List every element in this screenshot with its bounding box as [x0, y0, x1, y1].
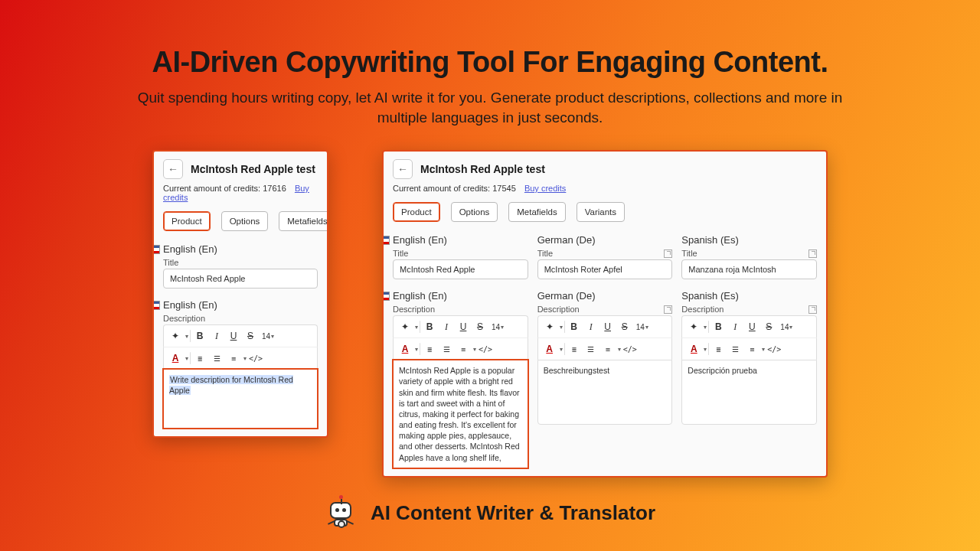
- tab-product[interactable]: Product: [393, 202, 440, 222]
- editor-toolbar-2: A▾ ≣ ☰ ≡▾ </>: [537, 337, 673, 360]
- ai-wand-button[interactable]: ✦: [542, 319, 557, 334]
- page-title: McIntosh Red Apple test: [420, 163, 545, 175]
- code-button[interactable]: </>: [766, 341, 782, 357]
- code-button[interactable]: </>: [478, 341, 493, 357]
- font-size-button[interactable]: 14▾: [634, 319, 651, 334]
- indent-button[interactable]: ≡: [226, 350, 241, 366]
- credits-line: Current amount of credits: 17616 Buy cre…: [163, 179, 318, 211]
- strike-button[interactable]: S: [617, 319, 632, 334]
- code-button[interactable]: </>: [248, 350, 263, 366]
- expand-icon[interactable]: [664, 249, 672, 258]
- font-size-button[interactable]: 14▾: [260, 328, 276, 344]
- hero-subtitle: Quit spending hours writing copy, let AI…: [115, 88, 865, 127]
- separator: [708, 343, 709, 355]
- expand-icon[interactable]: [808, 305, 817, 314]
- language-label: English (En): [393, 290, 447, 302]
- title-input[interactable]: [537, 259, 673, 279]
- header-row: ← McIntosh Red Apple test: [163, 159, 318, 179]
- chevron-down-icon: ▾: [185, 333, 188, 340]
- underline-button[interactable]: U: [226, 328, 241, 344]
- editor-toolbar-2: A▾ ≣ ☰ ≡▾ </>: [681, 337, 817, 360]
- screenshot-after: ← McIntosh Red Apple test Current amount…: [382, 150, 828, 478]
- chevron-down-icon: ▾: [762, 346, 765, 353]
- strike-button[interactable]: S: [243, 328, 258, 344]
- bold-button[interactable]: B: [192, 328, 207, 344]
- strike-button[interactable]: S: [761, 319, 776, 334]
- flag-icon: [152, 301, 160, 310]
- tab-options[interactable]: Options: [451, 202, 498, 222]
- ai-wand-button[interactable]: ✦: [686, 319, 701, 334]
- tab-metafields[interactable]: Metafields: [279, 211, 328, 231]
- underline-button[interactable]: U: [744, 319, 760, 334]
- credits-value: 17616: [263, 184, 286, 193]
- chevron-down-icon: ▾: [704, 324, 707, 331]
- code-button[interactable]: </>: [622, 341, 638, 357]
- tab-product[interactable]: Product: [163, 211, 211, 231]
- strike-button[interactable]: S: [472, 319, 488, 334]
- bullet-list-button[interactable]: ≣: [192, 350, 207, 366]
- text-color-button[interactable]: A: [397, 341, 413, 357]
- chevron-down-icon: ▾: [560, 346, 563, 353]
- footer: AI Content Writer & Translator: [0, 497, 980, 530]
- tab-options[interactable]: Options: [221, 211, 269, 231]
- bullet-list-button[interactable]: ≣: [422, 341, 437, 357]
- description-editor[interactable]: McIntosh Red Apple is a popular variety …: [393, 360, 528, 468]
- chevron-down-icon: ▾: [704, 346, 707, 353]
- description-field-label: Description: [681, 305, 724, 314]
- ai-wand-button[interactable]: ✦: [168, 328, 183, 344]
- expand-icon[interactable]: [664, 305, 672, 314]
- editor-toolbar: ✦▾ B I U S 14▾: [681, 315, 817, 337]
- chevron-down-icon: ▾: [618, 346, 621, 353]
- italic-button[interactable]: I: [209, 328, 224, 344]
- indent-button[interactable]: ≡: [744, 341, 760, 357]
- description-editor[interactable]: Descripción prueba: [681, 360, 817, 425]
- bold-button[interactable]: B: [710, 319, 726, 334]
- back-button[interactable]: ←: [393, 159, 413, 179]
- tabs: Product Options Metafields: [154, 211, 327, 236]
- text-color-button[interactable]: A: [168, 350, 183, 366]
- description-editor[interactable]: Beschreibungstest: [537, 360, 673, 425]
- title-field-label: Title: [681, 249, 697, 258]
- title-input[interactable]: [163, 269, 318, 289]
- tab-variants[interactable]: Variants: [577, 202, 625, 222]
- flag-icon: [382, 292, 390, 301]
- numbered-list-button[interactable]: ☰: [727, 341, 743, 357]
- buy-credits-link[interactable]: Buy credits: [524, 184, 566, 193]
- title-input[interactable]: [681, 259, 817, 279]
- bullet-list-button[interactable]: ≣: [567, 341, 582, 357]
- screenshot-before: ← McIntosh Red Apple test Current amount…: [152, 150, 328, 438]
- indent-button[interactable]: ≡: [456, 341, 471, 357]
- bold-button[interactable]: B: [422, 319, 437, 334]
- ai-wand-button[interactable]: ✦: [397, 319, 413, 334]
- numbered-list-button[interactable]: ☰: [209, 350, 224, 366]
- italic-button[interactable]: I: [727, 319, 743, 334]
- separator: [190, 330, 191, 342]
- italic-button[interactable]: I: [439, 319, 454, 334]
- chevron-down-icon: ▾: [415, 324, 418, 331]
- tab-metafields[interactable]: Metafields: [508, 202, 565, 222]
- back-button[interactable]: ←: [163, 159, 183, 179]
- text-color-button[interactable]: A: [542, 341, 557, 357]
- font-size-button[interactable]: 14▾: [778, 319, 795, 334]
- font-size-button[interactable]: 14▾: [489, 319, 506, 334]
- description-editor[interactable]: Write description for McIntosh Red Apple: [163, 369, 318, 429]
- text-color-button[interactable]: A: [686, 341, 701, 357]
- numbered-list-button[interactable]: ☰: [439, 341, 454, 357]
- editor-toolbar: ✦▾ B I U S 14▾: [537, 315, 673, 337]
- column-en: English (En) Title English (En) Descript…: [393, 230, 528, 468]
- underline-button[interactable]: U: [456, 319, 471, 334]
- bold-button[interactable]: B: [567, 319, 582, 334]
- title-input[interactable]: [393, 259, 528, 279]
- numbered-list-button[interactable]: ☰: [583, 341, 599, 357]
- language-label: German (De): [537, 234, 596, 246]
- credits-label: Current amount of credits:: [393, 184, 492, 193]
- underline-button[interactable]: U: [600, 319, 616, 334]
- bullet-list-button[interactable]: ≣: [710, 341, 726, 357]
- separator: [190, 352, 191, 364]
- expand-icon[interactable]: [808, 249, 817, 258]
- indent-button[interactable]: ≡: [600, 341, 616, 357]
- language-label: English (En): [163, 243, 217, 255]
- chevron-down-icon: ▾: [560, 324, 563, 331]
- language-label: English (En): [163, 299, 217, 311]
- italic-button[interactable]: I: [583, 319, 599, 334]
